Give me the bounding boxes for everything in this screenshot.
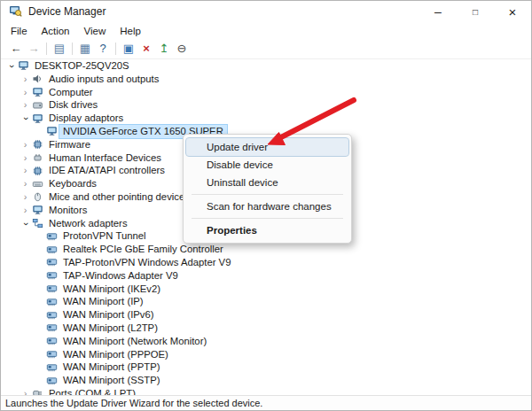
ports-icon [32, 388, 45, 395]
back-icon[interactable]: ← [7, 41, 25, 57]
disable-device-icon[interactable]: ⊖ [173, 41, 191, 57]
chevron-right-icon[interactable]: › [19, 164, 32, 177]
tree-item-label: Firmware [45, 138, 94, 151]
tree-item-label: Audio inputs and outputs [45, 73, 162, 86]
menu-view[interactable]: View [77, 24, 113, 38]
tree-item[interactable]: ›DESKTOP-25QV20S [1, 59, 531, 73]
tree-item-label: TAP-ProtonVPN Windows Adapter V9 [59, 256, 234, 269]
show-console-icon[interactable]: ▤ [51, 41, 68, 57]
chevron-down-icon[interactable]: › [19, 112, 32, 125]
tree-item-label: Realtek PCIe GbE Family Controller [59, 243, 227, 256]
tree-indent [1, 236, 33, 237]
tree-item-label: WAN Miniport (IPv6) [59, 308, 158, 322]
mouse-icon [32, 191, 45, 202]
adapter-icon [46, 322, 59, 333]
window-controls: – □ × [419, 1, 531, 22]
menu-help[interactable]: Help [113, 24, 148, 38]
context-menu-item-scan-for-hardware-changes[interactable]: Scan for hardware changes [184, 198, 351, 215]
tree-item[interactable]: ›Computer [1, 86, 531, 99]
tree-item-label: Display adaptors [45, 112, 127, 125]
tree-item-label: Network adapters [45, 217, 131, 230]
tree-item-label: IDE ATA/ATAPI controllers [45, 164, 168, 177]
chevron-right-icon[interactable]: › [19, 98, 32, 112]
tree-indent [1, 118, 19, 119]
scan-hardware-icon[interactable]: ▣ [120, 41, 137, 57]
tree-item[interactable]: ›Display adaptors [1, 112, 531, 125]
tree-item[interactable]: ›Disk drives [1, 98, 531, 112]
tree-item[interactable]: TAP-Windows Adapter V9 [1, 269, 531, 283]
tree-item[interactable]: ›Ports (COM & LPT) [1, 387, 531, 395]
chevron-right-icon[interactable]: › [19, 204, 32, 217]
tree-indent [1, 249, 33, 250]
tree-indent [1, 262, 33, 263]
adapter-icon [46, 336, 59, 346]
tree-item[interactable]: WAN Miniport (PPTP) [1, 361, 531, 374]
tree-indent [1, 183, 19, 184]
chevron-down-icon[interactable]: › [4, 59, 18, 73]
tree-item-label: Mice and other pointing devices [45, 190, 193, 204]
close-button[interactable]: × [494, 1, 531, 22]
status-bar: Launches the Update Driver Wizard for th… [1, 395, 531, 410]
tree-indent [1, 288, 33, 289]
device-manager-icon [9, 5, 22, 19]
tree-indent [1, 393, 19, 394]
toolbar-separator [46, 43, 47, 55]
context-menu-item-properties[interactable]: Properties [184, 221, 351, 239]
menu-file[interactable]: File [4, 24, 35, 38]
update-driver-icon[interactable]: ↥ [155, 41, 173, 57]
network-icon [32, 218, 45, 229]
tree-item[interactable]: WAN Miniport (SSTP) [1, 374, 531, 387]
forward-icon[interactable]: → [25, 41, 43, 57]
tree-item[interactable]: WAN Miniport (Network Monitor) [1, 335, 531, 348]
computer-icon [32, 87, 45, 97]
context-menu-item-uninstall-device[interactable]: Uninstall device [184, 174, 351, 191]
disk-icon [32, 100, 45, 111]
menu-action[interactable]: Action [35, 24, 77, 38]
tree-item[interactable]: WAN Miniport (IP) [1, 295, 531, 308]
maximize-button[interactable]: □ [457, 1, 494, 22]
monitor-icon [32, 205, 45, 215]
chevron-right-icon[interactable]: › [19, 190, 32, 204]
tree-indent [1, 275, 33, 276]
minimize-button[interactable]: – [419, 1, 457, 22]
adapter-icon [46, 231, 59, 242]
tree-item[interactable]: Realtek PCIe GbE Family Controller [1, 243, 531, 256]
adapter-icon [46, 297, 59, 307]
tree-item-label: Ports (COM & LPT) [45, 387, 139, 395]
tree-indent [1, 157, 19, 158]
tree-indent [1, 301, 33, 302]
tree-indent [1, 131, 33, 132]
tree-item[interactable]: WAN Miniport (IPv6) [1, 308, 531, 322]
title-bar: Device Manager – □ × [1, 1, 531, 22]
tree-item-label: Computer [45, 86, 97, 99]
context-menu-item-update-driver[interactable]: Update driver [186, 138, 348, 156]
tree-item[interactable]: WAN Miniport (PPPOE) [1, 348, 531, 361]
tree-indent [1, 222, 19, 223]
chevron-right-icon[interactable]: › [19, 387, 32, 395]
tree-item-label: WAN Miniport (L2TP) [59, 322, 161, 335]
tree-item[interactable]: WAN Miniport (L2TP) [1, 322, 531, 335]
context-menu-item-disable-device[interactable]: Disable device [184, 156, 351, 174]
chevron-right-icon[interactable]: › [19, 86, 32, 99]
chevron-right-icon[interactable]: › [19, 151, 32, 165]
toolbar-separator [115, 43, 116, 55]
tree-item-label: TAP-Windows Adapter V9 [59, 269, 182, 283]
tree-indent [1, 170, 19, 171]
adapter-icon [46, 349, 59, 360]
adapter-icon [46, 244, 59, 255]
chevron-down-icon[interactable]: › [19, 217, 32, 230]
tree-item[interactable]: TAP-ProtonVPN Windows Adapter V9 [1, 256, 531, 269]
tree-indent [1, 91, 19, 92]
tree-item[interactable]: WAN Miniport (IKEv2) [1, 283, 531, 296]
tree-item-label: WAN Miniport (PPTP) [59, 361, 163, 374]
properties-icon[interactable]: ▦ [76, 41, 94, 57]
hid-icon [32, 152, 45, 163]
chevron-right-icon[interactable]: › [19, 73, 32, 86]
tree-item[interactable]: ›Audio inputs and outputs [1, 73, 531, 86]
adapter-icon [46, 283, 59, 294]
uninstall-device-icon[interactable]: × [137, 41, 155, 57]
chevron-right-icon[interactable]: › [19, 138, 32, 151]
help-icon[interactable]: ? [94, 41, 112, 57]
chevron-right-icon[interactable]: › [19, 177, 32, 190]
tree-indent [1, 79, 19, 80]
